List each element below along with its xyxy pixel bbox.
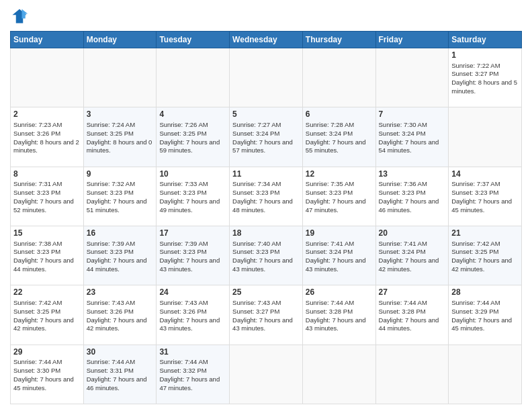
calendar-cell — [375, 48, 449, 107]
logo — [10, 7, 32, 26]
calendar-cell: 31Sunrise: 7:44 AMSunset: 3:32 PMDayligh… — [157, 345, 230, 404]
calendar-cell: 25Sunrise: 7:43 AMSunset: 3:27 PMDayligh… — [230, 285, 303, 345]
calendar-cell: 7Sunrise: 7:30 AMSunset: 3:24 PMDaylight… — [375, 107, 449, 167]
day-number: 13 — [379, 169, 446, 180]
day-number: 15 — [13, 228, 81, 239]
calendar-week-5: 29Sunrise: 7:44 AMSunset: 3:30 PMDayligh… — [11, 345, 522, 404]
day-info: Sunrise: 7:39 AMSunset: 3:23 PMDaylight:… — [87, 240, 154, 274]
calendar-cell: 12Sunrise: 7:35 AMSunset: 3:23 PMDayligh… — [302, 167, 375, 226]
day-info: Sunrise: 7:39 AMSunset: 3:23 PMDaylight:… — [159, 240, 226, 274]
day-number: 17 — [159, 228, 226, 239]
day-number: 6 — [306, 109, 373, 120]
calendar-header-row: SundayMondayTuesdayWednesdayThursdayFrid… — [11, 32, 522, 48]
day-number: 28 — [451, 287, 519, 298]
calendar-cell: 16Sunrise: 7:39 AMSunset: 3:23 PMDayligh… — [83, 226, 157, 285]
day-number: 7 — [379, 109, 446, 120]
calendar-cell: 5Sunrise: 7:27 AMSunset: 3:24 PMDaylight… — [230, 107, 303, 167]
calendar-cell: 28Sunrise: 7:44 AMSunset: 3:29 PMDayligh… — [449, 285, 522, 345]
calendar-cell — [449, 345, 522, 404]
calendar-cell: 15Sunrise: 7:38 AMSunset: 3:23 PMDayligh… — [11, 226, 84, 285]
day-info: Sunrise: 7:35 AMSunset: 3:23 PMDaylight:… — [306, 180, 373, 214]
day-number: 5 — [232, 109, 300, 120]
page: SundayMondayTuesdayWednesdayThursdayFrid… — [0, 0, 532, 411]
calendar-cell — [449, 107, 522, 167]
svg-marker-1 — [22, 9, 28, 19]
calendar-cell — [230, 48, 303, 107]
col-header-friday: Friday — [375, 32, 449, 48]
calendar-cell: 14Sunrise: 7:37 AMSunset: 3:23 PMDayligh… — [449, 167, 522, 226]
calendar-cell: 22Sunrise: 7:42 AMSunset: 3:25 PMDayligh… — [11, 285, 84, 345]
col-header-saturday: Saturday — [449, 32, 522, 48]
day-info: Sunrise: 7:43 AMSunset: 3:26 PMDaylight:… — [159, 299, 226, 333]
day-info: Sunrise: 7:41 AMSunset: 3:24 PMDaylight:… — [306, 240, 373, 274]
calendar-cell — [157, 48, 230, 107]
day-number: 23 — [87, 287, 154, 298]
day-info: Sunrise: 7:44 AMSunset: 3:29 PMDaylight:… — [451, 299, 519, 333]
day-number: 29 — [13, 347, 81, 358]
col-header-thursday: Thursday — [302, 32, 375, 48]
day-number: 2 — [13, 109, 81, 120]
day-number: 24 — [159, 287, 226, 298]
day-info: Sunrise: 7:43 AMSunset: 3:26 PMDaylight:… — [87, 299, 154, 333]
day-info: Sunrise: 7:31 AMSunset: 3:23 PMDaylight:… — [13, 180, 81, 214]
calendar-cell — [302, 48, 375, 107]
day-number: 25 — [232, 287, 300, 298]
calendar-cell: 9Sunrise: 7:32 AMSunset: 3:23 PMDaylight… — [83, 167, 157, 226]
calendar-cell: 6Sunrise: 7:28 AMSunset: 3:24 PMDaylight… — [302, 107, 375, 167]
calendar-week-4: 22Sunrise: 7:42 AMSunset: 3:25 PMDayligh… — [11, 285, 522, 345]
col-header-tuesday: Tuesday — [157, 32, 230, 48]
col-header-monday: Monday — [83, 32, 157, 48]
calendar-cell: 19Sunrise: 7:41 AMSunset: 3:24 PMDayligh… — [302, 226, 375, 285]
calendar-cell: 13Sunrise: 7:36 AMSunset: 3:23 PMDayligh… — [375, 167, 449, 226]
day-number: 20 — [379, 228, 446, 239]
calendar-cell: 4Sunrise: 7:26 AMSunset: 3:25 PMDaylight… — [157, 107, 230, 167]
calendar-cell: 17Sunrise: 7:39 AMSunset: 3:23 PMDayligh… — [157, 226, 230, 285]
day-info: Sunrise: 7:24 AMSunset: 3:25 PMDaylight:… — [87, 121, 154, 155]
calendar-cell: 18Sunrise: 7:40 AMSunset: 3:23 PMDayligh… — [230, 226, 303, 285]
day-number: 31 — [159, 347, 226, 358]
calendar-cell: 10Sunrise: 7:33 AMSunset: 3:23 PMDayligh… — [157, 167, 230, 226]
calendar-table: SundayMondayTuesdayWednesdayThursdayFrid… — [10, 31, 522, 404]
calendar-cell: 20Sunrise: 7:41 AMSunset: 3:24 PMDayligh… — [375, 226, 449, 285]
day-number: 4 — [159, 109, 226, 120]
calendar-cell: 24Sunrise: 7:43 AMSunset: 3:26 PMDayligh… — [157, 285, 230, 345]
calendar-cell: 1Sunrise: 7:22 AMSunset: 3:27 PMDaylight… — [449, 48, 522, 107]
col-header-sunday: Sunday — [11, 32, 84, 48]
day-info: Sunrise: 7:33 AMSunset: 3:23 PMDaylight:… — [159, 180, 226, 214]
day-number: 27 — [379, 287, 446, 298]
day-info: Sunrise: 7:38 AMSunset: 3:23 PMDaylight:… — [13, 240, 81, 274]
day-info: Sunrise: 7:42 AMSunset: 3:25 PMDaylight:… — [451, 240, 519, 274]
day-number: 14 — [451, 169, 519, 180]
day-info: Sunrise: 7:34 AMSunset: 3:23 PMDaylight:… — [232, 180, 300, 214]
logo-icon — [10, 7, 29, 26]
calendar-cell: 3Sunrise: 7:24 AMSunset: 3:25 PMDaylight… — [83, 107, 157, 167]
day-number: 3 — [87, 109, 154, 120]
day-info: Sunrise: 7:28 AMSunset: 3:24 PMDaylight:… — [306, 121, 373, 155]
calendar-cell: 8Sunrise: 7:31 AMSunset: 3:23 PMDaylight… — [11, 167, 84, 226]
calendar-cell: 27Sunrise: 7:44 AMSunset: 3:28 PMDayligh… — [375, 285, 449, 345]
day-number: 11 — [232, 169, 300, 180]
day-info: Sunrise: 7:23 AMSunset: 3:26 PMDaylight:… — [13, 121, 81, 155]
calendar-cell: 2Sunrise: 7:23 AMSunset: 3:26 PMDaylight… — [11, 107, 84, 167]
day-number: 19 — [306, 228, 373, 239]
day-info: Sunrise: 7:36 AMSunset: 3:23 PMDaylight:… — [379, 180, 446, 214]
day-info: Sunrise: 7:40 AMSunset: 3:23 PMDaylight:… — [232, 240, 300, 274]
day-info: Sunrise: 7:27 AMSunset: 3:24 PMDaylight:… — [232, 121, 300, 155]
col-header-wednesday: Wednesday — [230, 32, 303, 48]
day-info: Sunrise: 7:32 AMSunset: 3:23 PMDaylight:… — [87, 180, 154, 214]
calendar-cell: 30Sunrise: 7:44 AMSunset: 3:31 PMDayligh… — [83, 345, 157, 404]
day-number: 8 — [13, 169, 81, 180]
day-number: 16 — [87, 228, 154, 239]
calendar-cell: 26Sunrise: 7:44 AMSunset: 3:28 PMDayligh… — [302, 285, 375, 345]
day-info: Sunrise: 7:43 AMSunset: 3:27 PMDaylight:… — [232, 299, 300, 333]
day-number: 10 — [159, 169, 226, 180]
day-info: Sunrise: 7:41 AMSunset: 3:24 PMDaylight:… — [379, 240, 446, 274]
calendar-cell — [375, 345, 449, 404]
day-info: Sunrise: 7:42 AMSunset: 3:25 PMDaylight:… — [13, 299, 81, 333]
day-number: 21 — [451, 228, 519, 239]
calendar-cell: 29Sunrise: 7:44 AMSunset: 3:30 PMDayligh… — [11, 345, 84, 404]
calendar-week-2: 8Sunrise: 7:31 AMSunset: 3:23 PMDaylight… — [11, 167, 522, 226]
day-info: Sunrise: 7:37 AMSunset: 3:23 PMDaylight:… — [451, 180, 519, 214]
day-info: Sunrise: 7:44 AMSunset: 3:30 PMDaylight:… — [13, 358, 81, 392]
day-number: 22 — [13, 287, 81, 298]
